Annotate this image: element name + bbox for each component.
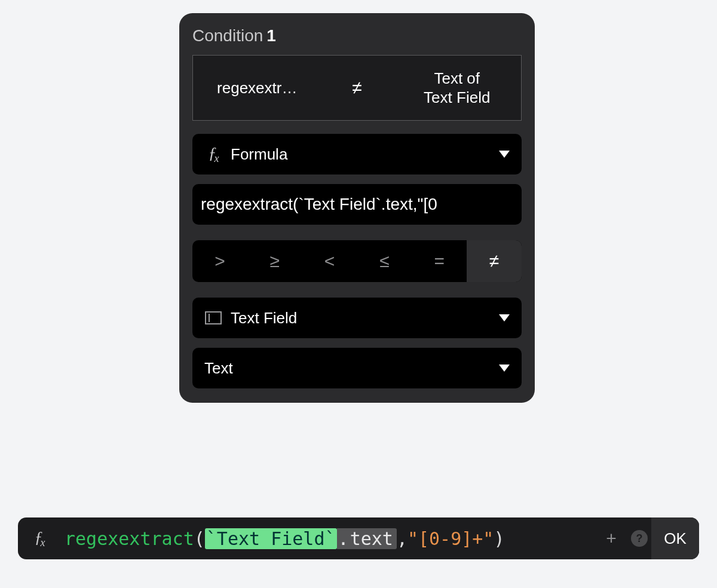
token-property: text (350, 528, 397, 549)
token-string: "[0-9]+" (407, 528, 494, 549)
target-select[interactable]: Text Field (192, 298, 522, 338)
svg-marker-2 (499, 365, 510, 372)
condition-summary-right-line2: Text Field (424, 88, 490, 108)
condition-summary-right: Text of Text Field (393, 56, 522, 120)
operator-gt[interactable]: > (192, 240, 247, 282)
svg-marker-1 (499, 314, 510, 321)
condition-type-select[interactable]: ƒx Formula (192, 134, 522, 174)
condition-panel: Condition 1 regexextr… ≠ Text of Text Fi… (179, 13, 535, 403)
token-close-paren: ) (494, 528, 504, 549)
property-select-label: Text (204, 359, 233, 378)
formula-bar-input[interactable]: regexextract ( `Text Field` . text , "[0… (61, 517, 595, 559)
token-open-paren: ( (194, 528, 205, 549)
operator-gte[interactable]: ≥ (247, 240, 302, 282)
chevron-down-icon (499, 365, 510, 372)
chevron-down-icon (499, 314, 510, 321)
token-comma: , (397, 528, 407, 549)
condition-summary-right-line1: Text of (434, 69, 480, 88)
formula-icon: ƒx (204, 145, 222, 163)
formula-input-text: regexextract(`Text Field`.text,"[0 (201, 195, 437, 214)
condition-summary-operator: ≠ (321, 56, 393, 120)
formula-bar: ƒx regexextract ( `Text Field` . text , … (18, 517, 699, 559)
add-button[interactable]: + (602, 529, 620, 547)
condition-title: Condition 1 (192, 26, 522, 45)
operator-row: > ≥ < ≤ = ≠ (192, 240, 522, 282)
token-reference: `Text Field` (205, 528, 337, 549)
condition-summary-left: regexextr… (193, 56, 321, 120)
svg-marker-0 (499, 151, 510, 158)
condition-title-label: Condition (192, 26, 263, 45)
formula-bar-icon: ƒx (18, 517, 61, 559)
property-select[interactable]: Text (192, 348, 522, 388)
help-button[interactable]: ? (631, 530, 648, 547)
condition-summary[interactable]: regexextr… ≠ Text of Text Field (192, 55, 522, 121)
token-function: regexextract (65, 528, 194, 549)
formula-bar-actions: + ? (595, 517, 651, 559)
operator-lte[interactable]: ≤ (357, 240, 412, 282)
condition-type-label: Formula (231, 145, 287, 164)
ok-button[interactable]: OK (651, 517, 699, 559)
chevron-down-icon (499, 151, 510, 158)
condition-title-number: 1 (266, 26, 276, 45)
text-field-icon (204, 309, 222, 327)
formula-input[interactable]: regexextract(`Text Field`.text,"[0 (192, 184, 522, 225)
operator-eq[interactable]: = (412, 240, 467, 282)
operator-lt[interactable]: < (302, 240, 357, 282)
token-dot: . (337, 528, 350, 549)
target-select-label: Text Field (231, 309, 297, 327)
operator-neq[interactable]: ≠ (467, 240, 522, 282)
